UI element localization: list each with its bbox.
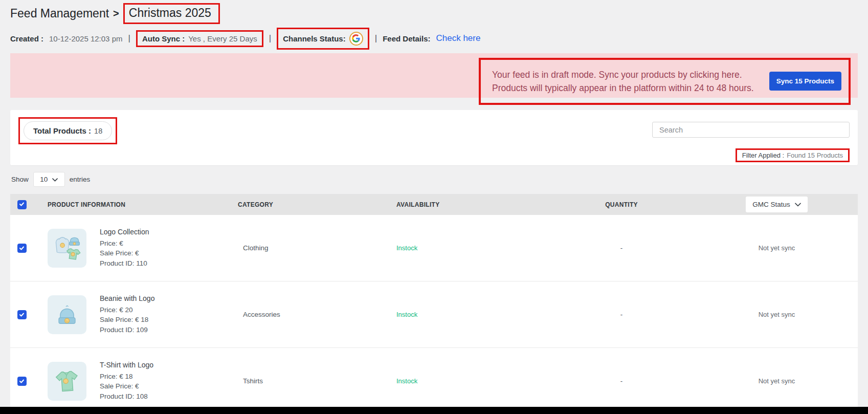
product-id: Product ID: 110 [100, 258, 149, 269]
availability-status: Instock [396, 244, 547, 252]
breadcrumb: Feed Management > Christmas 2025 [10, 0, 858, 24]
title-annotation-box: Christmas 2025 [123, 3, 220, 24]
total-products-label: Total Products : [33, 126, 91, 135]
filter-applied-annotation-box: Filter Applied : Found 15 Products [736, 148, 850, 162]
alert-message-line1: Your feed is in draft mode. Sync your pr… [492, 68, 754, 81]
product-price: Price: € 20 [100, 305, 154, 315]
availability-status: Instock [396, 377, 547, 385]
table-row: T-Shirt with Logo Price: € 18 Sale Price… [10, 348, 858, 414]
column-header-product-information: PRODUCT INFORMATION [33, 201, 233, 208]
search-input[interactable] [652, 122, 850, 138]
product-price: Price: € [100, 238, 149, 249]
meta-separator: | [128, 33, 130, 43]
table-header-row: PRODUCT INFORMATION CATEGORY AVAILABILIT… [10, 194, 858, 215]
entries-label: entries [70, 176, 91, 183]
draft-alert-banner: Your feed is in draft mode. Sync your pr… [10, 53, 858, 98]
gmc-status-value: Not yet sync [696, 311, 858, 318]
entries-select-value: 10 [40, 176, 48, 183]
entries-select[interactable]: 10 [33, 172, 65, 187]
auto-sync-value: Yes , Every 25 Days [188, 34, 257, 43]
channels-status-annotation-box: Channels Status: [277, 28, 369, 50]
availability-status: Instock [396, 311, 547, 318]
meta-separator: | [269, 33, 271, 43]
created-label: Created : [10, 34, 43, 43]
product-image-collection [48, 229, 86, 268]
product-category: Clothing [233, 244, 396, 252]
chevron-down-icon [795, 201, 801, 208]
quantity-value: - [547, 244, 696, 252]
total-products-value: 18 [94, 127, 102, 135]
gmc-status-dropdown[interactable]: GMC Status [746, 197, 808, 212]
check-icon [19, 201, 25, 208]
product-category: Tshirts [233, 377, 396, 385]
auto-sync-label: Auto Sync : [142, 34, 185, 43]
alert-annotation-box: Your feed is in draft mode. Sync your pr… [479, 58, 851, 105]
gmc-status-value: Not yet sync [696, 244, 858, 252]
product-name: Logo Collection [100, 228, 149, 236]
created-value: 10-12-2025 12:03 pm [49, 34, 122, 43]
select-all-checkbox[interactable] [17, 200, 27, 209]
product-id: Product ID: 108 [100, 391, 153, 402]
column-header-category: CATEGORY [233, 201, 396, 208]
sync-products-button[interactable]: Sync 15 Products [769, 72, 841, 91]
column-header-availability: AVAILABILITY [396, 201, 547, 208]
row-checkbox[interactable] [17, 310, 27, 319]
column-header-quantity: QUANTITY [547, 201, 696, 208]
product-sale-price: Sale Price: € [100, 381, 153, 391]
filter-applied-label: Filter Applied : [742, 151, 784, 159]
auto-sync-annotation-box: Auto Sync : Yes , Every 25 Days [136, 30, 263, 47]
product-price: Price: € 18 [100, 372, 153, 382]
chevron-down-icon [52, 176, 58, 183]
check-icon [19, 244, 25, 253]
product-id: Product ID: 109 [100, 325, 154, 335]
table-row: Logo Collection Price: € Sale Price: € P… [10, 215, 858, 281]
products-card: Total Products : 18 Filter Applied : Fou… [10, 110, 858, 165]
breadcrumb-separator: > [113, 8, 119, 19]
product-info: Beanie with Logo Price: € 20 Sale Price:… [100, 294, 154, 335]
row-checkbox[interactable] [17, 244, 27, 253]
check-icon [19, 377, 25, 386]
page-content: Feed Management > Christmas 2025 Created… [0, 0, 868, 414]
quantity-value: - [547, 311, 696, 318]
bottom-bar [0, 407, 868, 414]
product-info: Logo Collection Price: € Sale Price: € P… [100, 228, 149, 269]
feed-meta-row: Created : 10-12-2025 12:03 pm | Auto Syn… [10, 29, 858, 48]
gmc-status-dropdown-label: GMC Status [752, 201, 790, 208]
alert-message-line2: Products will typically appear in the pl… [492, 81, 754, 95]
product-info: T-Shirt with Logo Price: € 18 Sale Price… [100, 361, 153, 402]
gmc-status-value: Not yet sync [696, 377, 858, 385]
google-g-icon[interactable] [349, 32, 363, 46]
page-title: Christmas 2025 [129, 6, 211, 19]
product-image-beanie [48, 295, 86, 334]
breadcrumb-root-link[interactable]: Feed Management [10, 7, 109, 20]
product-name: Beanie with Logo [100, 294, 154, 302]
product-sale-price: Sale Price: € 18 [100, 315, 154, 325]
show-label: Show [11, 176, 29, 183]
filter-applied-value: Found 15 Products [787, 151, 843, 159]
channels-status-label: Channels Status: [283, 34, 346, 43]
total-products-badge: Total Products : 18 [24, 121, 112, 140]
entries-bar: Show 10 entries [10, 165, 858, 194]
check-icon [19, 310, 25, 319]
product-name: T-Shirt with Logo [100, 361, 153, 369]
total-products-annotation-box: Total Products : 18 [18, 117, 117, 144]
product-image-tshirt [48, 362, 86, 401]
product-category: Accessories [233, 311, 396, 318]
table-row: Beanie with Logo Price: € 20 Sale Price:… [10, 281, 858, 348]
products-table: PRODUCT INFORMATION CATEGORY AVAILABILIT… [10, 194, 858, 414]
meta-separator: | [375, 33, 377, 43]
check-here-link[interactable]: Check here [436, 33, 481, 43]
feed-details-label: Feed Details: [383, 34, 430, 43]
row-checkbox[interactable] [17, 377, 27, 386]
product-sale-price: Sale Price: € [100, 248, 149, 258]
alert-message: Your feed is in draft mode. Sync your pr… [492, 68, 754, 95]
quantity-value: - [547, 377, 696, 385]
